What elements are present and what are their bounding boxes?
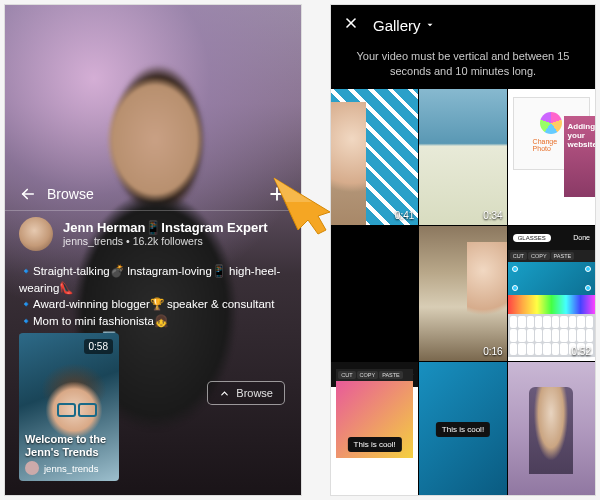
glasses-icon xyxy=(57,403,97,415)
igtv-channel-screen: Browse Jenn Herman📱Instagram Expert jenn… xyxy=(4,4,302,496)
promo-overlay: Adding your website xyxy=(564,116,595,198)
text-sticker: This is cool! xyxy=(348,437,402,452)
compass-icon xyxy=(219,388,230,399)
duration-badge: 0:58 xyxy=(84,339,113,354)
close-button[interactable] xyxy=(343,15,359,35)
gallery-item[interactable]: GLASSES Done CUT COPY PASTE This is cool… xyxy=(331,362,418,496)
menu-paste: PASTE xyxy=(379,371,403,379)
editor-menu: CUT COPY PASTE xyxy=(336,369,413,381)
back-browse-button[interactable]: Browse xyxy=(19,185,94,203)
gallery-item[interactable]: 0:16 xyxy=(419,226,506,362)
video-card[interactable]: 0:58 Welcome to the Jenn's Trends jenns_… xyxy=(19,333,119,481)
menu-cut: CUT xyxy=(510,252,527,260)
duration-badge: 0:34 xyxy=(483,210,502,221)
upload-plus-button[interactable] xyxy=(267,184,287,204)
gallery-hint: Your video must be vertical and between … xyxy=(331,45,595,89)
editor-menu: CUT COPY PASTE xyxy=(508,250,595,262)
browse-chip-label: Browse xyxy=(236,387,273,399)
gallery-title: Gallery xyxy=(373,17,421,34)
bio-line: 🔹Mom to mini fashionista👧 xyxy=(19,313,287,330)
video-title: Welcome to the Jenn's Trends xyxy=(25,433,113,459)
editor-pill: GLASSES xyxy=(513,234,551,242)
channel-topbar: Browse xyxy=(5,177,301,211)
channel-meta: jenns_trends • 16.2k followers xyxy=(63,235,268,247)
menu-paste: PASTE xyxy=(551,252,575,260)
gallery-item[interactable]: 0:34 xyxy=(419,89,506,225)
channel-header[interactable]: Jenn Herman📱Instagram Expert jenns_trend… xyxy=(19,217,287,251)
menu-copy: COPY xyxy=(528,252,550,260)
close-icon xyxy=(343,15,359,31)
gallery-item[interactable] xyxy=(508,362,595,496)
gallery-item[interactable]: This is cool! xyxy=(419,362,506,496)
video-user: jenns_trends xyxy=(44,463,98,474)
gallery-item[interactable]: GLASSES Done CUT COPY PASTE 0:52 xyxy=(508,226,595,362)
browse-label: Browse xyxy=(47,186,94,202)
gallery-item[interactable] xyxy=(331,226,418,362)
menu-copy: COPY xyxy=(357,371,379,379)
gallery-header: Gallery xyxy=(331,5,595,45)
gallery-item[interactable]: 0:41 xyxy=(331,89,418,225)
done-label: Done xyxy=(573,234,590,241)
gradient-ring-icon xyxy=(540,112,562,134)
editor-canvas xyxy=(508,262,595,295)
gallery-grid: 0:41 0:34 Change Photo Adding your websi… xyxy=(331,89,595,496)
avatar xyxy=(25,461,39,475)
arrow-left-icon xyxy=(19,185,37,203)
gallery-source-dropdown[interactable]: Gallery xyxy=(373,17,435,34)
editor-bar: GLASSES Done xyxy=(508,226,595,250)
menu-cut: CUT xyxy=(338,371,355,379)
text-sticker: This is cool! xyxy=(436,422,490,437)
channel-name: Jenn Herman📱Instagram Expert xyxy=(63,221,268,236)
video-user-row: jenns_trends xyxy=(25,461,98,475)
channel-text: Jenn Herman📱Instagram Expert jenns_trend… xyxy=(63,221,268,248)
avatar xyxy=(19,217,53,251)
duration-badge: 0:41 xyxy=(395,210,414,221)
color-picker xyxy=(508,295,595,314)
browse-button[interactable]: Browse xyxy=(207,381,285,405)
gallery-picker-screen: Gallery Your video must be vertical and … xyxy=(330,4,596,496)
duration-badge: 0:16 xyxy=(483,346,502,357)
bio-line: 🔹Award-winning blogger🏆 speaker & consul… xyxy=(19,296,287,313)
duration-badge: 0:52 xyxy=(572,346,591,357)
chevron-down-icon xyxy=(425,20,435,30)
bio-line: 🔹Straight-talking💣 Instagram-loving📱 hig… xyxy=(19,263,287,296)
gallery-item[interactable]: Change Photo Adding your website xyxy=(508,89,595,225)
promo-text: Adding your website xyxy=(564,116,595,156)
